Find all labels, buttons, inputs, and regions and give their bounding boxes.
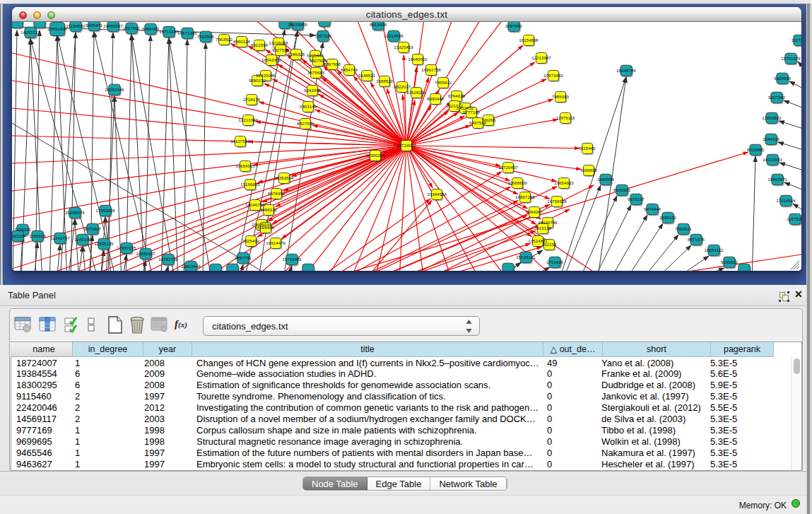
svg-text:10655267: 10655267 <box>103 23 123 28</box>
svg-text:13325419: 13325419 <box>394 45 413 49</box>
svg-text:9227342: 9227342 <box>768 95 786 100</box>
svg-text:8938923: 8938923 <box>613 187 631 192</box>
svg-text:8912954: 8912954 <box>251 42 269 47</box>
svg-text:18724007: 18724007 <box>396 143 416 148</box>
svg-text:1117333: 1117333 <box>791 37 801 42</box>
svg-text:14055717: 14055717 <box>20 30 40 35</box>
svg-text:19654923: 19654923 <box>554 180 574 185</box>
svg-text:1588520: 1588520 <box>376 78 394 83</box>
svg-text:9084067: 9084067 <box>526 209 543 214</box>
svg-text:16671385: 16671385 <box>177 30 197 35</box>
svg-text:6794028: 6794028 <box>448 93 466 98</box>
svg-text:8822037: 8822037 <box>394 84 411 89</box>
svg-text:16210643: 16210643 <box>763 157 782 162</box>
svg-text:18300295: 18300295 <box>365 153 385 158</box>
svg-text:1733426: 1733426 <box>546 259 564 264</box>
svg-text:9857791: 9857791 <box>235 255 252 260</box>
svg-text:16033809: 16033809 <box>288 22 307 27</box>
svg-text:1244419: 1244419 <box>763 136 780 141</box>
svg-text:16914479: 16914479 <box>266 240 286 245</box>
svg-text:10654112: 10654112 <box>704 247 724 252</box>
svg-text:9115460: 9115460 <box>579 146 596 151</box>
svg-text:8660124: 8660124 <box>233 39 251 44</box>
svg-text:9329966: 9329966 <box>774 76 792 81</box>
svg-text:746266: 746266 <box>481 117 496 122</box>
svg-text:16640910: 16640910 <box>408 57 428 62</box>
svg-text:15720407: 15720407 <box>498 165 518 170</box>
svg-text:1640954: 1640954 <box>597 177 615 182</box>
svg-text:1615132: 1615132 <box>534 226 552 230</box>
svg-text:9890152: 9890152 <box>249 78 266 83</box>
svg-text:17016504: 17016504 <box>776 198 796 203</box>
svg-text:3915194: 3915194 <box>12 233 27 238</box>
svg-text:12213383: 12213383 <box>238 117 258 122</box>
svg-text:12923448: 12923448 <box>181 264 201 269</box>
svg-text:10688609: 10688609 <box>507 180 527 185</box>
svg-text:2935152: 2935152 <box>659 215 677 220</box>
svg-text:11353594: 11353594 <box>274 175 294 180</box>
svg-text:2867608: 2867608 <box>324 62 341 66</box>
svg-text:10958107: 10958107 <box>136 251 155 256</box>
svg-text:16046798: 16046798 <box>245 202 265 207</box>
svg-text:8454749: 8454749 <box>341 67 358 72</box>
svg-text:9777169: 9777169 <box>463 110 481 115</box>
svg-text:10719185: 10719185 <box>159 29 179 34</box>
svg-text:8678352: 8678352 <box>268 191 286 196</box>
svg-text:7955812: 7955812 <box>435 80 452 85</box>
svg-text:9146821: 9146821 <box>358 73 376 78</box>
svg-text:22420046: 22420046 <box>256 73 276 78</box>
svg-text:12342757: 12342757 <box>50 235 70 240</box>
svg-text:12505135: 12505135 <box>94 241 114 246</box>
svg-text:9245652: 9245652 <box>721 259 739 264</box>
svg-text:20053346: 20053346 <box>105 87 124 92</box>
svg-text:13626251: 13626251 <box>406 90 426 95</box>
svg-text:8471676: 8471676 <box>688 237 705 242</box>
svg-text:19756928: 19756928 <box>547 199 567 204</box>
svg-text:6099489: 6099489 <box>257 225 275 230</box>
svg-text:8990448: 8990448 <box>427 96 445 101</box>
svg-text:9699695: 9699695 <box>580 168 598 173</box>
svg-text:8186328: 8186328 <box>288 52 305 57</box>
svg-text:17957225: 17957225 <box>117 245 136 250</box>
svg-text:7435061: 7435061 <box>14 227 32 232</box>
svg-text:7663822: 7663822 <box>216 37 233 42</box>
svg-text:12093822: 12093822 <box>762 115 782 120</box>
svg-text:15751074: 15751074 <box>781 56 801 61</box>
svg-text:16543362: 16543362 <box>261 57 281 62</box>
svg-text:2803144: 2803144 <box>300 104 317 109</box>
svg-text:19166825: 19166825 <box>240 182 260 187</box>
svg-text:6466160: 6466160 <box>142 26 160 31</box>
svg-text:8215955: 8215955 <box>747 147 765 152</box>
svg-text:7485063: 7485063 <box>552 94 570 99</box>
svg-text:12213967: 12213967 <box>531 55 551 60</box>
svg-text:2718176: 2718176 <box>243 97 261 102</box>
svg-text:16120746: 16120746 <box>538 220 558 225</box>
svg-text:19384554: 19384554 <box>427 192 447 197</box>
svg-text:16107553: 16107553 <box>230 139 250 144</box>
svg-text:10218506: 10218506 <box>384 33 404 38</box>
svg-text:6679197: 6679197 <box>628 197 645 201</box>
svg-text:12975115: 12975115 <box>555 115 575 120</box>
svg-text:9327506: 9327506 <box>272 47 290 52</box>
svg-text:13226058: 13226058 <box>269 40 288 45</box>
svg-text:20691406: 20691406 <box>47 26 67 31</box>
svg-text:9975867: 9975867 <box>84 226 102 231</box>
svg-text:20206576: 20206576 <box>65 210 85 215</box>
svg-text:3675685: 3675685 <box>307 70 325 75</box>
svg-text:9242848: 9242848 <box>304 88 322 93</box>
svg-text:9498222: 9498222 <box>260 207 278 212</box>
svg-text:15692971: 15692971 <box>767 177 787 182</box>
svg-text:16961758: 16961758 <box>421 67 441 72</box>
svg-text:1145194: 1145194 <box>74 237 91 242</box>
svg-text:5465463: 5465463 <box>307 53 324 58</box>
svg-text:1167533: 1167533 <box>787 216 801 221</box>
svg-text:1156829: 1156829 <box>29 233 46 238</box>
svg-text:252254: 252254 <box>542 242 557 247</box>
svg-text:10973493: 10973493 <box>543 73 563 78</box>
svg-text:16648784: 16648784 <box>616 68 636 73</box>
svg-text:16154808: 16154808 <box>519 37 539 42</box>
svg-text:1527602: 1527602 <box>123 25 141 30</box>
svg-text:8827552: 8827552 <box>297 121 314 126</box>
svg-text:19654925: 19654925 <box>235 163 255 168</box>
svg-text:15716485: 15716485 <box>282 257 302 262</box>
